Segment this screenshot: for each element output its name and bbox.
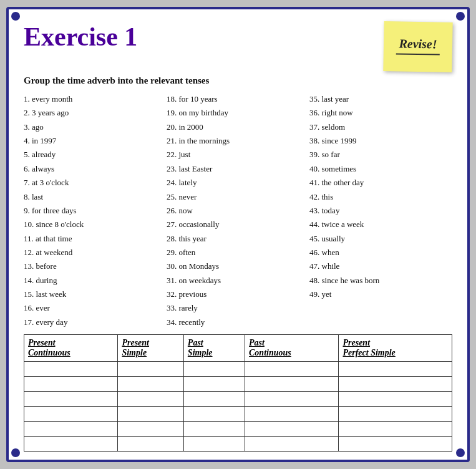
table-cell[interactable] bbox=[183, 392, 245, 407]
list-item: 19. on my birthday bbox=[167, 106, 307, 120]
list-item: 2. 3 years ago bbox=[24, 106, 164, 120]
table-header-cell: PastSimple bbox=[183, 335, 245, 362]
list-item: 34. recently bbox=[167, 316, 307, 329]
table-cell[interactable] bbox=[245, 377, 339, 392]
table-header-cell: PastContinuous bbox=[245, 335, 339, 362]
list-item: 6. always bbox=[24, 162, 164, 176]
table-cell[interactable] bbox=[24, 377, 118, 392]
table-row bbox=[24, 392, 452, 407]
list-column-3: 35. last year36. right now37. seldom38. … bbox=[309, 92, 452, 329]
list-item: 49. yet bbox=[309, 288, 450, 301]
word-lists: 1. every month2. 3 years ago3. ago4. in … bbox=[24, 92, 452, 329]
list-item: 7. at 3 o'clock bbox=[24, 176, 164, 190]
table-row bbox=[24, 377, 452, 392]
table-cell[interactable] bbox=[118, 437, 183, 452]
table-cell[interactable] bbox=[245, 392, 339, 407]
list-item: 32. previous bbox=[167, 288, 307, 301]
list-item: 18. for 10 years bbox=[167, 92, 307, 106]
list-item: 13. before bbox=[24, 259, 164, 273]
table-cell[interactable] bbox=[24, 362, 118, 377]
table-cell[interactable] bbox=[183, 437, 245, 452]
table-cell[interactable] bbox=[118, 422, 183, 437]
list-item: 11. at that time bbox=[24, 232, 164, 246]
list-item: 29. often bbox=[167, 246, 307, 259]
list-item: 26. now bbox=[167, 204, 307, 218]
revise-label: Revise! bbox=[399, 36, 437, 51]
list-item: 10. since 8 o'clock bbox=[24, 218, 164, 231]
list-item: 17. every day bbox=[24, 316, 164, 329]
list-item: 41. the other day bbox=[309, 176, 450, 190]
list-item: 40. sometimes bbox=[309, 162, 450, 176]
table-cell[interactable] bbox=[245, 362, 339, 377]
table-cell[interactable] bbox=[24, 407, 118, 422]
list-item: 42. this bbox=[309, 190, 450, 204]
corner-decoration bbox=[11, 12, 20, 21]
table-cell[interactable] bbox=[118, 392, 183, 407]
list-item: 12. at weekend bbox=[24, 246, 164, 259]
table-cell[interactable] bbox=[339, 407, 452, 422]
list-item: 39. so far bbox=[309, 148, 450, 162]
list-item: 28. this year bbox=[167, 232, 307, 246]
table-cell[interactable] bbox=[339, 422, 452, 437]
list-item: 3. ago bbox=[24, 120, 164, 134]
list-item: 16. ever bbox=[24, 301, 164, 315]
list-item: 44. twice a week bbox=[309, 218, 450, 231]
list-item: 24. lately bbox=[167, 176, 307, 190]
list-item: 4. in 1997 bbox=[24, 134, 164, 148]
list-item: 9. for three days bbox=[24, 204, 164, 218]
list-item: 8. last bbox=[24, 190, 164, 204]
list-item: 45. usually bbox=[309, 232, 450, 246]
instruction-text: Group the time adverb into the relevant … bbox=[24, 75, 452, 86]
list-item: 36. right now bbox=[309, 106, 450, 120]
table-cell[interactable] bbox=[183, 407, 245, 422]
corner-decoration bbox=[456, 12, 465, 21]
header-area: Exercise 1 Revise! bbox=[24, 22, 452, 72]
list-item: 37. seldom bbox=[309, 120, 450, 134]
list-item: 25. never bbox=[167, 190, 307, 204]
table-header-cell: PresentContinuous bbox=[24, 335, 118, 362]
list-column-2: 18. for 10 years19. on my birthday20. in… bbox=[167, 92, 309, 329]
list-item: 23. last Easter bbox=[167, 162, 307, 176]
table-cell[interactable] bbox=[24, 392, 118, 407]
table-cell[interactable] bbox=[339, 377, 452, 392]
table-cell[interactable] bbox=[183, 422, 245, 437]
table-header-cell: PresentPerfect Simple bbox=[339, 335, 452, 362]
table-cell[interactable] bbox=[339, 362, 452, 377]
page-title: Exercise 1 bbox=[24, 22, 137, 52]
table-cell[interactable] bbox=[183, 362, 245, 377]
list-item: 47. while bbox=[309, 259, 450, 273]
table-cell[interactable] bbox=[339, 392, 452, 407]
list-item: 48. since he was born bbox=[309, 274, 450, 288]
table-cell[interactable] bbox=[183, 377, 245, 392]
list-item: 1. every month bbox=[24, 92, 164, 106]
table-cell[interactable] bbox=[24, 422, 118, 437]
tense-table: PresentContinuousPresentSimplePastSimple… bbox=[24, 334, 452, 452]
sticky-underline bbox=[396, 53, 440, 55]
page: Exercise 1 Revise! Group the time adverb… bbox=[6, 7, 470, 462]
sticky-note: Revise! bbox=[383, 21, 452, 72]
list-item: 22. just bbox=[167, 148, 307, 162]
list-item: 5. already bbox=[24, 148, 164, 162]
table-row bbox=[24, 362, 452, 377]
list-item: 27. occasionally bbox=[167, 218, 307, 231]
list-column-1: 1. every month2. 3 years ago3. ago4. in … bbox=[24, 92, 167, 329]
list-item: 20. in 2000 bbox=[167, 120, 307, 134]
table-cell[interactable] bbox=[339, 437, 452, 452]
list-item: 21. in the mornings bbox=[167, 134, 307, 148]
list-item: 14. during bbox=[24, 274, 164, 288]
corner-decoration bbox=[456, 448, 465, 457]
list-item: 30. on Mondays bbox=[167, 259, 307, 273]
corner-decoration bbox=[11, 448, 20, 457]
list-item: 43. today bbox=[309, 204, 450, 218]
table-cell[interactable] bbox=[245, 437, 339, 452]
list-item: 31. on weekdays bbox=[167, 274, 307, 288]
table-row bbox=[24, 422, 452, 437]
table-row bbox=[24, 407, 452, 422]
table-cell[interactable] bbox=[245, 407, 339, 422]
table-cell[interactable] bbox=[118, 362, 183, 377]
table-cell[interactable] bbox=[118, 407, 183, 422]
table-cell[interactable] bbox=[245, 422, 339, 437]
list-item: 35. last year bbox=[309, 92, 450, 106]
table-cell[interactable] bbox=[118, 377, 183, 392]
table-cell[interactable] bbox=[24, 437, 118, 452]
